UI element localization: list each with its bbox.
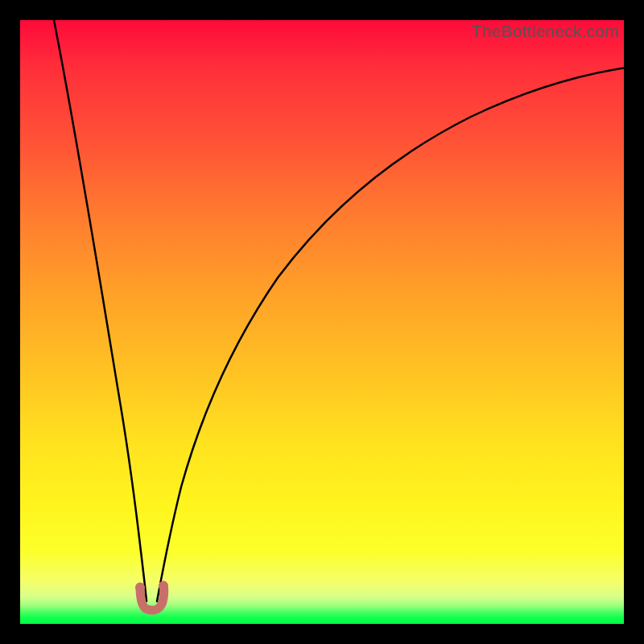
attribution-text: TheBottleneck.com: [472, 22, 619, 41]
plot-area: TheBottleneck.com: [20, 20, 624, 624]
chart-frame: TheBottleneck.com: [0, 0, 644, 644]
curve-layer: [20, 20, 624, 624]
valley-dot-left: [135, 583, 145, 592]
curve-right-branch: [157, 67, 624, 601]
curve-left-branch: [52, 20, 147, 601]
valley-dot-right: [159, 581, 168, 591]
